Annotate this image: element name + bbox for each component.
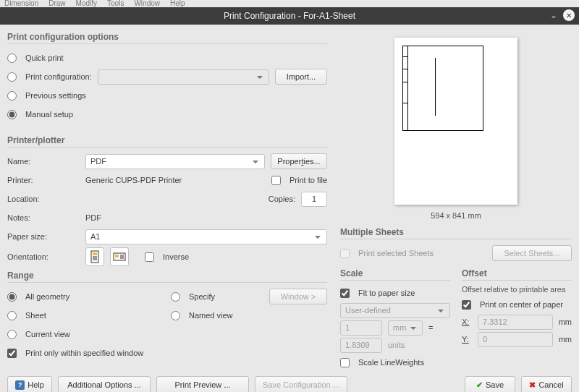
heading-offset: Offset	[462, 268, 572, 281]
save-button[interactable]: ✔ Save	[465, 376, 515, 392]
combo-printer-name[interactable]: PDF	[85, 154, 265, 169]
dialog-titlebar: Print Configuration - For-A1-Sheet ⌄ ✕	[0, 7, 579, 25]
offset-note: Offset relative to printable area	[462, 285, 572, 294]
heading-printer-plotter: Printer/plotter	[7, 135, 327, 148]
label-offset-y: Y:	[462, 335, 469, 344]
check-inverse[interactable]	[145, 252, 154, 262]
additional-options-button[interactable]: Additional Options ...	[58, 376, 151, 392]
label-named-view: Named view	[189, 311, 233, 320]
dialog-title: Print Configuration - For-A1-Sheet	[224, 11, 355, 21]
close-button[interactable]: ✕	[563, 9, 575, 21]
check-icon: ✔	[476, 380, 483, 390]
svg-rect-6	[115, 255, 119, 257]
units-label: units	[388, 341, 405, 349]
scale-value-1[interactable]: 1	[340, 320, 382, 336]
radio-sheet[interactable]	[7, 311, 17, 320]
window-button[interactable]: Window >	[269, 289, 327, 304]
label-printer-name: Name:	[7, 157, 80, 166]
help-button[interactable]: ? Help	[7, 376, 52, 392]
print-configuration-dialog: Print configuration options Quick print …	[0, 25, 579, 392]
radio-previous-settings[interactable]	[7, 91, 17, 101]
label-mm-y: mm	[559, 335, 572, 344]
orientation-portrait-button[interactable]	[85, 247, 104, 266]
combo-scale-unit[interactable]: mm	[388, 320, 423, 336]
combo-print-configuration[interactable]	[98, 69, 269, 85]
input-offset-x[interactable]: 7.3312	[478, 315, 553, 330]
label-print-to-file: Print to file	[290, 176, 327, 184]
window-controls: ⌄ ✕	[550, 9, 575, 21]
dialog-buttonbar: ? Help Additional Options ... Print Prev…	[7, 373, 572, 392]
heading-scale: Scale	[340, 268, 450, 281]
svg-rect-1	[93, 252, 97, 255]
cancel-button[interactable]: ✖ Cancel	[521, 376, 572, 392]
label-notes: Notes:	[7, 213, 80, 222]
value-notes: PDF	[85, 213, 101, 222]
label-offset-x: X:	[462, 318, 469, 326]
label-print-on-center: Print on center of paper	[480, 300, 563, 309]
check-scale-lineweights[interactable]	[340, 358, 350, 367]
scale-value-2[interactable]: 1.8309	[340, 338, 382, 353]
equals-label: =	[428, 323, 433, 332]
check-print-selected-sheets	[340, 249, 350, 258]
value-printer: Generic CUPS-PDF Printer	[85, 176, 266, 184]
label-paper-size: Paper size:	[7, 232, 80, 241]
radio-quick-print[interactable]	[7, 54, 17, 63]
heading-multiple-sheets: Multiple Sheets	[340, 227, 572, 239]
radio-print-configuration[interactable]	[7, 72, 17, 82]
radio-all-geometry[interactable]	[7, 292, 17, 302]
landscape-icon	[113, 250, 126, 263]
print-preview-button[interactable]: Print Preview ...	[156, 376, 249, 392]
save-configuration-button[interactable]: Save Configuration ...	[255, 376, 347, 392]
label-sheet: Sheet	[25, 311, 46, 320]
label-all-geometry: All geometry	[25, 292, 69, 301]
label-current-view: Current view	[25, 330, 70, 338]
heading-config-options: Print configuration options	[7, 32, 327, 44]
label-previous-settings: Previous settings	[25, 91, 86, 100]
orientation-landscape-button[interactable]	[110, 247, 129, 266]
label-scale-lineweights: Scale LineWeights	[358, 358, 424, 367]
check-print-to-file[interactable]	[271, 176, 281, 185]
label-quick-print: Quick print	[25, 54, 64, 62]
select-sheets-button[interactable]: Select Sheets...	[492, 245, 572, 261]
app-menubar: Dimension Draw Modify Tools Window Help	[0, 0, 579, 7]
check-fit-to-paper[interactable]	[340, 289, 350, 298]
label-mm-x: mm	[559, 318, 572, 326]
label-printer: Printer:	[7, 176, 80, 184]
input-offset-y[interactable]: 0	[478, 332, 553, 347]
check-print-only-window[interactable]	[7, 349, 17, 358]
preview-caption: 594 x 841 mm	[340, 211, 572, 220]
check-print-on-center[interactable]	[462, 300, 471, 310]
help-icon: ?	[15, 380, 25, 390]
radio-current-view[interactable]	[7, 330, 17, 339]
radio-specify[interactable]	[171, 292, 180, 302]
combo-user-defined-scale[interactable]: User-defined	[340, 303, 450, 318]
label-print-only-window: Print only within specified window	[25, 349, 143, 357]
heading-range: Range	[7, 270, 327, 283]
spin-copies[interactable]: 1	[301, 192, 327, 207]
label-print-configuration: Print configuration:	[25, 72, 92, 81]
paper-preview	[394, 38, 517, 205]
label-print-selected-sheets: Print selected Sheets	[358, 249, 486, 257]
print-preview-pane	[340, 29, 572, 208]
combo-paper-size[interactable]: A1	[85, 229, 327, 244]
label-fit-to-paper: Fit to paper size	[358, 289, 415, 297]
label-orientation: Orientation:	[7, 252, 80, 261]
portrait-icon	[88, 250, 101, 263]
label-copies: Copies:	[269, 195, 295, 203]
label-inverse: Inverse	[163, 252, 189, 261]
label-location: Location:	[7, 195, 80, 203]
radio-named-view[interactable]	[171, 311, 180, 320]
radio-manual-setup[interactable]	[7, 110, 17, 119]
x-icon: ✖	[529, 380, 536, 390]
label-specify: Specify	[189, 292, 263, 301]
import-button[interactable]: Import...	[275, 69, 327, 85]
label-manual-setup: Manual setup	[25, 110, 73, 119]
properties-button[interactable]: Properties...	[271, 153, 327, 169]
minimize-button[interactable]: ⌄	[550, 10, 557, 20]
